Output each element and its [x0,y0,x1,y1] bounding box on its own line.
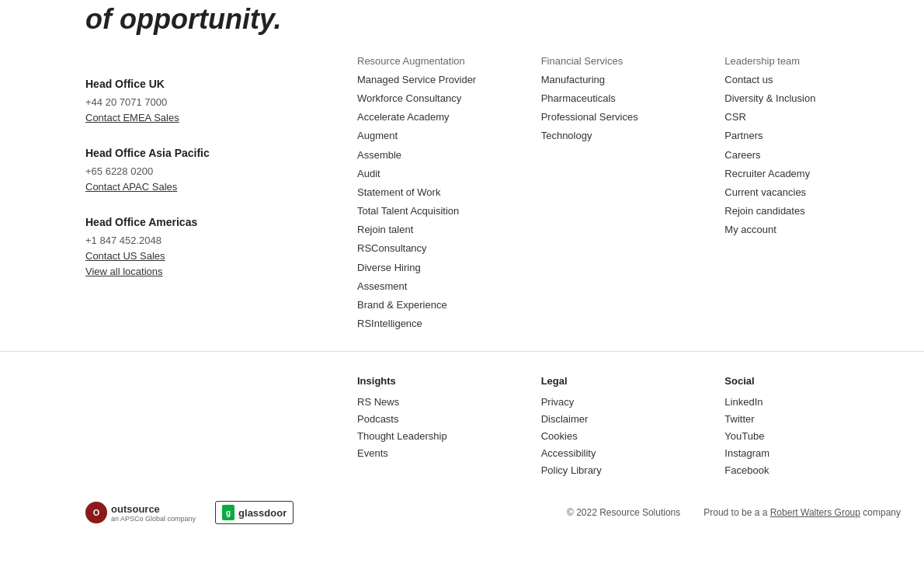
nav-item[interactable]: RSIntelligence [357,317,526,331]
nav-item[interactable]: Careers [724,148,893,162]
nav-col1-items: Resource AugmentationManaged Service Pro… [357,54,526,332]
legal-items: PrivacyDisclaimerCookiesAccessibilityPol… [541,396,710,476]
nav-item[interactable]: Brand & Experience [357,298,526,312]
bottom-col-social: Social LinkedInTwitterYouTubeInstagramFa… [717,375,901,481]
social-link[interactable]: Instagram [724,447,893,459]
nav-col-services: Resource AugmentationManaged Service Pro… [349,54,533,336]
page-wrapper: of opportunity. Head Office UK +44 20 70… [0,0,924,547]
office-asia-phone: +65 6228 0200 [85,165,349,177]
nav-item[interactable]: RSConsultancy [357,242,526,255]
outsource-text-block: outsource an APSCo Global company [111,503,196,523]
legal-link[interactable]: Policy Library [541,464,710,476]
footer-spacer: a [762,507,770,518]
nav-col-sectors: Financial ServicesManufacturingPharmaceu… [533,54,717,336]
footer-robert-walters: Proud to be a a Robert Walters Group com… [703,507,901,518]
office-asia-title: Head Office Asia Pacific [85,147,349,159]
legal-link[interactable]: Accessibility [541,447,710,459]
contact-emea-link[interactable]: Contact EMEA Sales [85,112,349,123]
social-link[interactable]: LinkedIn [724,396,893,408]
nav-item[interactable]: Diverse Hiring [357,261,526,275]
nav-item[interactable]: CSR [724,110,893,124]
nav-item[interactable]: Technology [541,129,710,143]
nav-item[interactable]: Assemble [357,148,526,162]
legal-link[interactable]: Privacy [541,396,710,408]
nav-col2-items: Financial ServicesManufacturingPharmaceu… [541,54,710,144]
nav-item[interactable]: Leadership team [724,54,893,68]
legal-link[interactable]: Disclaimer [541,413,710,425]
outsource-sub-label: an APSCo Global company [111,515,196,523]
nav-col3-items: Leadership teamContact usDiversity & Inc… [724,54,893,238]
nav-item[interactable]: Rejoin candidates [724,204,893,218]
contact-us-link[interactable]: Contact US Sales [85,250,349,262]
nav-item[interactable]: Workforce Consultancy [357,92,526,106]
bottom-section: Insights RS NewsPodcastsThought Leadersh… [0,351,924,481]
bottom-col-insights: Insights RS NewsPodcastsThought Leadersh… [349,375,533,481]
office-uk-title: Head Office UK [85,78,349,90]
nav-item[interactable]: Audit [357,167,526,181]
nav-item[interactable]: Augment [357,129,526,143]
nav-item[interactable]: Contact us [724,73,893,87]
nav-item[interactable]: Partners [724,129,893,143]
nav-item[interactable]: Diversity & Inclusion [724,92,893,106]
nav-item[interactable]: Manufacturing [541,73,710,87]
social-items: LinkedInTwitterYouTubeInstagramFacebook [724,396,893,476]
nav-item[interactable]: Managed Service Provider [357,73,526,87]
offices-column: Head Office UK +44 20 7071 7000 Contact … [85,54,349,336]
insights-items: RS NewsPodcastsThought LeadershipEvents [357,396,526,459]
nav-item[interactable]: Professional Services [541,110,710,124]
robert-walters-link[interactable]: Robert Walters Group [770,507,860,518]
nav-item[interactable]: Financial Services [541,54,710,68]
legal-link[interactable]: Cookies [541,430,710,442]
view-all-locations-link[interactable]: View all locations [85,266,349,277]
main-content: Head Office UK +44 20 7071 7000 Contact … [0,47,924,336]
nav-col-company: Leadership teamContact usDiversity & Inc… [717,54,901,336]
glassdoor-icon: g [222,505,234,520]
nav-item[interactable]: Assesment [357,280,526,294]
bottom-col-legal: Legal PrivacyDisclaimerCookiesAccessibil… [533,375,717,481]
office-americas-title: Head Office Americas [85,216,349,228]
outsource-logo: O outsource an APSCo Global company [85,502,196,523]
social-link[interactable]: Twitter [724,413,893,425]
glassdoor-logo[interactable]: g glassdoor [215,501,294,524]
nav-item[interactable]: Total Talent Acquisition [357,204,526,218]
footer-logos: O outsource an APSCo Global company g gl… [85,501,544,524]
social-link[interactable]: Facebook [724,464,893,476]
office-americas: Head Office Americas +1 847 452.2048 Con… [85,216,349,277]
nav-item[interactable]: My account [724,223,893,237]
office-americas-phone: +1 847 452.2048 [85,235,349,246]
glassdoor-label: glassdoor [238,507,287,519]
copyright-text: © 2022 Resource Solutions [567,507,680,518]
outsource-circle-icon: O [85,502,107,523]
nav-item[interactable]: Accelerate Academy [357,110,526,124]
proud-text: Proud to be a [703,507,759,518]
nav-item[interactable]: Pharmaceuticals [541,92,710,106]
bottom-left-spacer [85,375,349,481]
office-uk-phone: +44 20 7071 7000 [85,96,349,108]
outsource-label: outsource [111,503,196,516]
nav-item[interactable]: Rejoin talent [357,223,526,237]
office-uk: Head Office UK +44 20 7071 7000 Contact … [85,78,349,123]
social-link[interactable]: YouTube [724,430,893,442]
contact-apac-link[interactable]: Contact APAC Sales [85,181,349,193]
nav-item[interactable]: Statement of Work [357,186,526,200]
social-heading: Social [724,375,893,387]
page-heading: of opportunity. [85,4,901,35]
footer-copyright: © 2022 Resource Solutions [567,507,680,518]
footer: O outsource an APSCo Global company g gl… [0,481,924,524]
insights-heading: Insights [357,375,526,387]
nav-section: Resource AugmentationManaged Service Pro… [349,54,901,336]
insights-link[interactable]: RS News [357,396,526,408]
nav-item[interactable]: Current vacancies [724,186,893,200]
nav-item[interactable]: Resource Augmentation [357,54,526,68]
page-top: of opportunity. [0,0,924,47]
insights-link[interactable]: Events [357,447,526,459]
insights-link[interactable]: Thought Leadership [357,430,526,442]
legal-heading: Legal [541,375,710,387]
company-text: company [863,507,901,518]
insights-link[interactable]: Podcasts [357,413,526,425]
nav-item[interactable]: Recruiter Academy [724,167,893,181]
office-asia-pacific: Head Office Asia Pacific +65 6228 0200 C… [85,147,349,193]
